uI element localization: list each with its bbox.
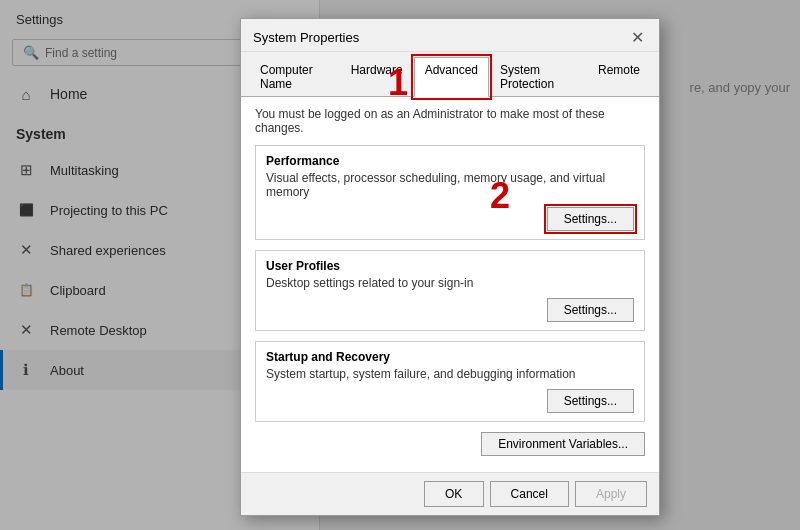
admin-note: You must be logged on as an Administrato…	[255, 107, 645, 135]
performance-title: Performance	[266, 154, 634, 168]
startup-recovery-section: Startup and Recovery System startup, sys…	[255, 341, 645, 422]
dialog-footer: OK Cancel Apply	[241, 472, 659, 515]
performance-settings-button[interactable]: Settings...	[547, 207, 634, 231]
user-profiles-settings-button[interactable]: Settings...	[547, 298, 634, 322]
dialog-close-button[interactable]: ✕	[627, 27, 647, 47]
dialog-title: System Properties	[253, 30, 359, 45]
performance-section: Performance Visual effects, processor sc…	[255, 145, 645, 240]
startup-recovery-title: Startup and Recovery	[266, 350, 634, 364]
tab-system-protection[interactable]: System Protection	[489, 57, 587, 97]
ok-button[interactable]: OK	[424, 481, 484, 507]
tab-computer-name[interactable]: Computer Name	[249, 57, 340, 97]
cancel-button[interactable]: Cancel	[490, 481, 569, 507]
apply-button[interactable]: Apply	[575, 481, 647, 507]
dialog-body: You must be logged on as an Administrato…	[241, 97, 659, 472]
tab-remote[interactable]: Remote	[587, 57, 651, 97]
user-profiles-desc: Desktop settings related to your sign-in	[266, 276, 634, 290]
user-profiles-title: User Profiles	[266, 259, 634, 273]
performance-desc: Visual effects, processor scheduling, me…	[266, 171, 634, 199]
user-profiles-btn-row: Settings...	[266, 298, 634, 322]
startup-recovery-btn-row: Settings...	[266, 389, 634, 413]
tab-hardware[interactable]: Hardware	[340, 57, 414, 97]
dialog-tabs: Computer Name Hardware Advanced System P…	[241, 52, 659, 97]
user-profiles-section: User Profiles Desktop settings related t…	[255, 250, 645, 331]
dialog-titlebar: System Properties ✕	[241, 19, 659, 52]
tab-advanced[interactable]: Advanced	[414, 57, 489, 97]
env-variables-row: Environment Variables...	[255, 432, 645, 456]
startup-recovery-settings-button[interactable]: Settings...	[547, 389, 634, 413]
startup-recovery-desc: System startup, system failure, and debu…	[266, 367, 634, 381]
performance-btn-row: Settings...	[266, 207, 634, 231]
env-variables-button[interactable]: Environment Variables...	[481, 432, 645, 456]
system-properties-dialog: System Properties ✕ Computer Name Hardwa…	[240, 18, 660, 516]
